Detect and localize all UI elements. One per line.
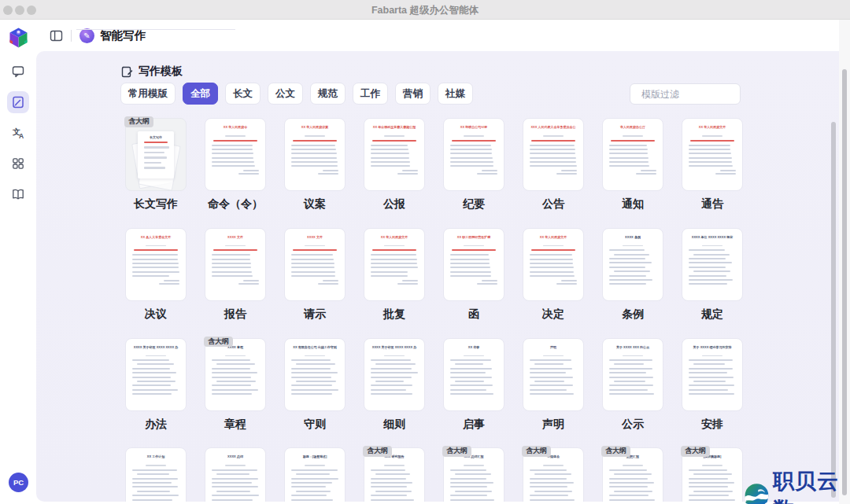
filter-chip-6[interactable]: 营销 (395, 83, 431, 105)
doc-preview-title: XX 市人民政府文件 (689, 125, 736, 130)
template-card-请示[interactable]: XXXX 文件 (284, 228, 346, 301)
outer-scrollbar-thumb[interactable] (842, 69, 847, 495)
template-card-XXX 总结汇报[interactable]: 含大纲XXX 总结汇报 (443, 447, 504, 502)
doc-preview: 声明 (523, 339, 583, 410)
template-cell: 含大纲XXX 研究报告 (364, 447, 425, 502)
sidebar-item-translate[interactable]: 文A (7, 122, 29, 144)
translate-icon: 文A (11, 126, 25, 140)
template-card-命令（令）[interactable]: XX 市人民政府令 (205, 118, 266, 191)
template-cell: XXXX 文件报告 (205, 228, 266, 321)
template-card-心得体会[interactable]: 含大纲心得体会 (523, 447, 584, 502)
template-card-XX 工作计划[interactable]: XX 工作计划 (125, 447, 187, 502)
template-card-函[interactable]: XX 职工医院经营改扩建 (443, 228, 504, 301)
doc-preview: XXXX 文件 (205, 229, 265, 300)
template-card-公报[interactable]: XX 年全国科技竞赛大赛期公报 (364, 118, 425, 191)
window-title: Fabarta 超级办公智能体 (0, 4, 850, 17)
template-card-安排[interactable]: 关于 XXXX 理论学习的安排 (682, 338, 743, 411)
user-avatar[interactable]: PC (9, 473, 28, 492)
template-card-章程[interactable]: 含大纲XXXX 章程 (205, 338, 266, 411)
doc-preview-title: XX 年全国科技竞赛大赛期公报 (371, 125, 418, 130)
template-card-细则[interactable]: XXXX 关于印发 XXXX XXXX 办法实施细则的通知 (364, 338, 425, 411)
section-header: 写作模板 (120, 64, 183, 79)
filter-chip-7[interactable]: 社媒 (438, 83, 473, 105)
template-cell: XXXX 关于印发 XXXX XXXX 办法的通知办法 (125, 338, 187, 431)
header-scroll-divider (76, 29, 235, 30)
filter-chip-3[interactable]: 公文 (268, 83, 303, 105)
template-card-[演讲稿标题][interactable]: 含大纲[演讲稿标题] (682, 447, 743, 502)
template-card-决议[interactable]: XX 县人大常委会文件 (125, 228, 187, 301)
filter-chip-0[interactable]: 常用模版 (120, 83, 176, 105)
template-card-思想汇报[interactable]: 含大纲思想汇报 (602, 447, 663, 502)
template-card-XXX 研究报告[interactable]: 含大纲XXX 研究报告 (364, 447, 425, 502)
doc-preview: XX 市人民政府令 (205, 119, 265, 190)
template-card-决定[interactable]: XX 市人民政府文件 (523, 228, 584, 301)
template-cell: 市人民政府办公厅通知 (602, 118, 663, 211)
doc-preview: XX 部联合公司纪要 (444, 119, 504, 190)
filter-chip-2[interactable]: 长文 (225, 83, 261, 105)
template-card-公告[interactable]: XXX 人民代表大会常务委员会公告 (523, 118, 584, 191)
template-card-公示[interactable]: 关于 XXXX XXX 的公示 (602, 338, 663, 411)
template-label: 章程 (224, 418, 246, 431)
sidebar-item-chat[interactable] (7, 61, 29, 83)
template-card-启事[interactable]: XX 启事 (443, 338, 504, 411)
doc-preview-title: XXXX 关于印发 XXXX XXXX 办法实施细则的通知 (371, 345, 418, 350)
template-label: 函 (468, 307, 479, 321)
template-label: 决议 (145, 307, 167, 321)
template-card-报告[interactable]: XXXX 文件 (205, 228, 266, 301)
template-card-标题：[场景描述][interactable]: 标题：[场景描述] (284, 447, 346, 502)
sidebar-item-apps[interactable] (7, 153, 29, 175)
template-label: 通知 (622, 197, 644, 211)
apps-grid-icon (11, 156, 25, 171)
template-search-box[interactable] (630, 83, 741, 105)
doc-preview-title: 声明 (530, 345, 577, 350)
collapse-sidebar-icon[interactable] (50, 29, 63, 42)
doc-preview-title: XX 有限责任公司 出纳工作守则 (291, 345, 338, 350)
doc-preview: XX 有限责任公司 出纳工作守则 (285, 339, 345, 410)
template-cell: XX 职工医院经营改扩建函 (443, 228, 504, 321)
sidebar-item-writing[interactable] (7, 91, 29, 113)
template-card-批复[interactable]: XX 市人民政府文件 (364, 228, 425, 301)
doc-preview: XX 市人民政府文件 (523, 229, 583, 300)
doc-preview-title: XXXX 文件 (291, 235, 338, 240)
doc-preview: XX 市人民政府议案 (285, 119, 345, 190)
doc-preview: XX 市人民政府文件 (364, 229, 424, 300)
template-card-守则[interactable]: XX 有限责任公司 出纳工作守则 (284, 338, 346, 411)
filter-chip-1[interactable]: 全部 (183, 83, 218, 105)
content-scrollbar-thumb[interactable] (831, 122, 836, 498)
template-cell: XXX 人民代表大会常务委员会公告公告 (523, 118, 584, 211)
outline-badge: 含大纲 (442, 446, 471, 457)
template-card-办法[interactable]: XXXX 关于印发 XXXX XXXX 办法的通知 (125, 338, 187, 411)
template-card-通知[interactable]: 市人民政府办公厅 (602, 118, 663, 191)
template-label: 报告 (224, 307, 246, 321)
doc-preview-title: 长文写作 (142, 135, 170, 138)
doc-preview-title: 关于 XXXX XXX 的公示 (609, 345, 656, 350)
doc-preview: 关于 XXXX 理论学习的安排 (682, 339, 742, 410)
template-card-声明[interactable]: 声明 (523, 338, 584, 411)
template-card-长文写作[interactable]: 含大纲长文写作 (125, 118, 187, 191)
template-cell: 标题：[场景描述] (284, 447, 346, 502)
doc-preview-title: XX 工作计划 (132, 454, 179, 459)
template-card-通告[interactable]: XX 市人民政府文件 (682, 118, 743, 191)
filter-chip-row: 常用模版全部长文公文规范工作营销社媒 (120, 83, 473, 105)
template-cell: 含大纲XXXX 章程章程 (205, 338, 266, 431)
smart-writing-icon: ✎ (79, 28, 94, 43)
book-icon (11, 187, 25, 201)
template-card-纪要[interactable]: XX 部联合公司纪要 (443, 118, 504, 191)
main-content: 写作模板 常用模版全部长文公文规范工作营销社媒 含大纲长文写作长文写作XX 市人… (36, 51, 839, 502)
template-card-规定[interactable]: XXXX 单位 XXXX XXXX 规定 (682, 228, 743, 301)
filter-chip-4[interactable]: 规范 (310, 83, 346, 105)
template-card-条例[interactable]: XXXX 条例 (602, 228, 663, 301)
template-cell: 含大纲[演讲稿标题] (682, 447, 743, 502)
template-cell: 声明声明 (523, 338, 584, 431)
template-cell: XX 市人民政府文件决定 (523, 228, 584, 321)
template-cell: XXXX 文件请示 (284, 228, 346, 321)
template-card-议案[interactable]: XX 市人民政府议案 (284, 118, 346, 191)
search-input[interactable] (641, 89, 763, 100)
template-cell: 含大纲思想汇报 (602, 447, 663, 502)
doc-preview: 市人民政府办公厅 (603, 119, 663, 190)
sidebar-item-library[interactable] (7, 183, 29, 205)
template-card-XXXX 总结[interactable]: XXXX 总结 (205, 447, 266, 502)
doc-preview-title: 关于 XXXX 理论学习的安排 (689, 345, 736, 350)
template-label: 条例 (622, 307, 644, 321)
filter-chip-5[interactable]: 工作 (353, 83, 388, 105)
